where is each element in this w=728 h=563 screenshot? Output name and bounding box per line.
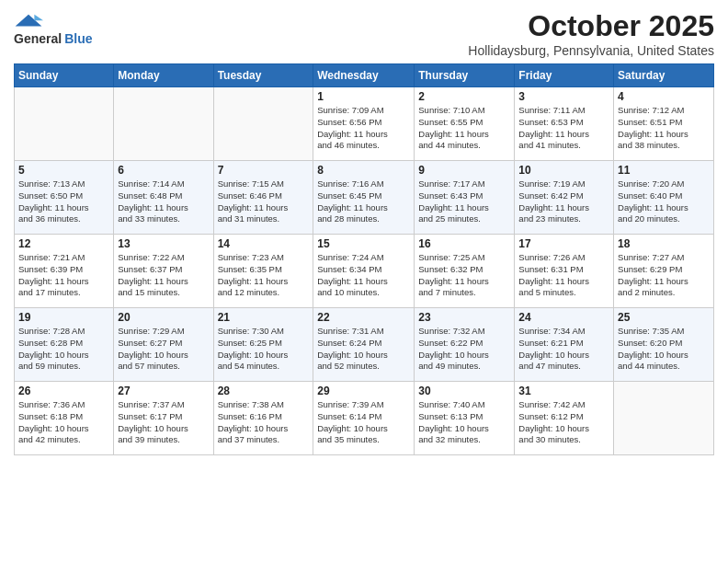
day-number: 24 — [518, 311, 609, 324]
day-info: Sunrise: 7:17 AM Sunset: 6:43 PM Dayligh… — [418, 178, 510, 225]
calendar-cell — [114, 87, 213, 161]
calendar-cell: 17Sunrise: 7:26 AM Sunset: 6:31 PM Dayli… — [515, 235, 614, 308]
day-info: Sunrise: 7:12 AM Sunset: 6:51 PM Dayligh… — [618, 105, 710, 152]
day-info: Sunrise: 7:21 AM Sunset: 6:39 PM Dayligh… — [18, 252, 109, 299]
day-number: 16 — [418, 237, 510, 250]
day-info: Sunrise: 7:34 AM Sunset: 6:21 PM Dayligh… — [518, 326, 609, 373]
day-number: 8 — [317, 164, 410, 177]
svg-marker-0 — [16, 15, 42, 27]
day-number: 9 — [418, 164, 510, 177]
day-number: 6 — [118, 164, 209, 177]
calendar-cell: 6Sunrise: 7:14 AM Sunset: 6:48 PM Daylig… — [114, 161, 213, 235]
logo-general: General — [14, 31, 62, 46]
page-header: General Blue October 2025 Hollidaysburg,… — [14, 9, 714, 58]
calendar-cell: 22Sunrise: 7:31 AM Sunset: 6:24 PM Dayli… — [313, 308, 415, 382]
day-info: Sunrise: 7:30 AM Sunset: 6:25 PM Dayligh… — [218, 326, 310, 373]
calendar-cell: 3Sunrise: 7:11 AM Sunset: 6:53 PM Daylig… — [515, 87, 614, 161]
calendar-cell: 4Sunrise: 7:12 AM Sunset: 6:51 PM Daylig… — [614, 87, 714, 161]
calendar-cell: 28Sunrise: 7:38 AM Sunset: 6:16 PM Dayli… — [213, 382, 313, 455]
calendar-cell: 20Sunrise: 7:29 AM Sunset: 6:27 PM Dayli… — [114, 308, 213, 382]
day-number: 25 — [618, 311, 710, 324]
day-number: 15 — [317, 237, 410, 250]
day-number: 3 — [518, 90, 609, 103]
day-number: 21 — [218, 311, 310, 324]
logo-blue: Blue — [64, 31, 92, 46]
day-number: 7 — [218, 164, 310, 177]
calendar-week-row: 19Sunrise: 7:28 AM Sunset: 6:28 PM Dayli… — [15, 308, 714, 382]
day-number: 5 — [18, 164, 109, 177]
weekday-header: Sunday — [15, 64, 114, 87]
day-number: 29 — [317, 385, 410, 397]
calendar-cell: 18Sunrise: 7:27 AM Sunset: 6:29 PM Dayli… — [614, 235, 714, 308]
day-info: Sunrise: 7:31 AM Sunset: 6:24 PM Dayligh… — [317, 326, 410, 373]
calendar-header-row: SundayMondayTuesdayWednesdayThursdayFrid… — [15, 64, 714, 87]
day-number: 20 — [118, 311, 209, 324]
month-title: October 2025 — [468, 9, 714, 43]
location: Hollidaysburg, Pennsylvania, United Stat… — [468, 43, 714, 58]
day-info: Sunrise: 7:27 AM Sunset: 6:29 PM Dayligh… — [618, 252, 710, 299]
day-number: 1 — [317, 90, 410, 103]
calendar-cell: 11Sunrise: 7:20 AM Sunset: 6:40 PM Dayli… — [614, 161, 714, 235]
day-info: Sunrise: 7:25 AM Sunset: 6:32 PM Dayligh… — [418, 252, 510, 299]
day-info: Sunrise: 7:23 AM Sunset: 6:35 PM Dayligh… — [218, 252, 310, 299]
day-number: 10 — [518, 164, 609, 177]
calendar-cell: 14Sunrise: 7:23 AM Sunset: 6:35 PM Dayli… — [213, 235, 313, 308]
svg-marker-1 — [34, 15, 43, 20]
calendar-cell — [213, 87, 313, 161]
day-info: Sunrise: 7:42 AM Sunset: 6:12 PM Dayligh… — [518, 399, 609, 446]
day-number: 22 — [317, 311, 410, 324]
weekday-header: Saturday — [614, 64, 714, 87]
calendar-cell: 31Sunrise: 7:42 AM Sunset: 6:12 PM Dayli… — [515, 382, 614, 455]
calendar-cell: 5Sunrise: 7:13 AM Sunset: 6:50 PM Daylig… — [15, 161, 114, 235]
calendar-cell: 19Sunrise: 7:28 AM Sunset: 6:28 PM Dayli… — [15, 308, 114, 382]
weekday-header: Friday — [515, 64, 614, 87]
calendar-cell: 16Sunrise: 7:25 AM Sunset: 6:32 PM Dayli… — [415, 235, 515, 308]
day-number: 13 — [118, 237, 209, 250]
calendar-cell: 23Sunrise: 7:32 AM Sunset: 6:22 PM Dayli… — [415, 308, 515, 382]
day-number: 2 — [418, 90, 510, 103]
day-info: Sunrise: 7:26 AM Sunset: 6:31 PM Dayligh… — [518, 252, 609, 299]
day-number: 26 — [18, 385, 109, 397]
day-number: 14 — [218, 237, 310, 250]
day-info: Sunrise: 7:19 AM Sunset: 6:42 PM Dayligh… — [518, 178, 609, 225]
calendar-cell: 27Sunrise: 7:37 AM Sunset: 6:17 PM Dayli… — [114, 382, 213, 455]
calendar-cell: 21Sunrise: 7:30 AM Sunset: 6:25 PM Dayli… — [213, 308, 313, 382]
day-info: Sunrise: 7:22 AM Sunset: 6:37 PM Dayligh… — [118, 252, 209, 299]
day-info: Sunrise: 7:28 AM Sunset: 6:28 PM Dayligh… — [18, 326, 109, 373]
day-info: Sunrise: 7:11 AM Sunset: 6:53 PM Dayligh… — [518, 105, 609, 152]
day-number: 17 — [518, 237, 609, 250]
calendar-week-row: 12Sunrise: 7:21 AM Sunset: 6:39 PM Dayli… — [15, 235, 714, 308]
day-number: 11 — [618, 164, 710, 177]
calendar-table: SundayMondayTuesdayWednesdayThursdayFrid… — [14, 63, 714, 455]
day-number: 23 — [418, 311, 510, 324]
day-info: Sunrise: 7:35 AM Sunset: 6:20 PM Dayligh… — [618, 326, 710, 373]
logo-icon — [14, 13, 43, 29]
day-number: 27 — [118, 385, 209, 397]
day-number: 19 — [18, 311, 109, 324]
calendar-week-row: 26Sunrise: 7:36 AM Sunset: 6:18 PM Dayli… — [15, 382, 714, 455]
weekday-header: Thursday — [415, 64, 515, 87]
calendar-cell: 7Sunrise: 7:15 AM Sunset: 6:46 PM Daylig… — [213, 161, 313, 235]
calendar-cell: 8Sunrise: 7:16 AM Sunset: 6:45 PM Daylig… — [313, 161, 415, 235]
calendar-cell: 26Sunrise: 7:36 AM Sunset: 6:18 PM Dayli… — [15, 382, 114, 455]
calendar-cell: 13Sunrise: 7:22 AM Sunset: 6:37 PM Dayli… — [114, 235, 213, 308]
day-info: Sunrise: 7:10 AM Sunset: 6:55 PM Dayligh… — [418, 105, 510, 152]
day-number: 4 — [618, 90, 710, 103]
day-info: Sunrise: 7:09 AM Sunset: 6:56 PM Dayligh… — [317, 105, 410, 152]
day-number: 28 — [218, 385, 310, 397]
calendar-cell: 10Sunrise: 7:19 AM Sunset: 6:42 PM Dayli… — [515, 161, 614, 235]
day-number: 30 — [418, 385, 510, 397]
calendar-cell: 12Sunrise: 7:21 AM Sunset: 6:39 PM Dayli… — [15, 235, 114, 308]
calendar-cell: 25Sunrise: 7:35 AM Sunset: 6:20 PM Dayli… — [614, 308, 714, 382]
logo: General Blue — [14, 9, 92, 46]
day-info: Sunrise: 7:20 AM Sunset: 6:40 PM Dayligh… — [618, 178, 710, 225]
day-info: Sunrise: 7:38 AM Sunset: 6:16 PM Dayligh… — [218, 399, 310, 446]
day-info: Sunrise: 7:32 AM Sunset: 6:22 PM Dayligh… — [418, 326, 510, 373]
calendar-cell: 2Sunrise: 7:10 AM Sunset: 6:55 PM Daylig… — [415, 87, 515, 161]
calendar-cell — [15, 87, 114, 161]
day-info: Sunrise: 7:15 AM Sunset: 6:46 PM Dayligh… — [218, 178, 310, 225]
day-info: Sunrise: 7:29 AM Sunset: 6:27 PM Dayligh… — [118, 326, 209, 373]
calendar-cell: 1Sunrise: 7:09 AM Sunset: 6:56 PM Daylig… — [313, 87, 415, 161]
day-info: Sunrise: 7:36 AM Sunset: 6:18 PM Dayligh… — [18, 399, 109, 446]
calendar-cell: 29Sunrise: 7:39 AM Sunset: 6:14 PM Dayli… — [313, 382, 415, 455]
